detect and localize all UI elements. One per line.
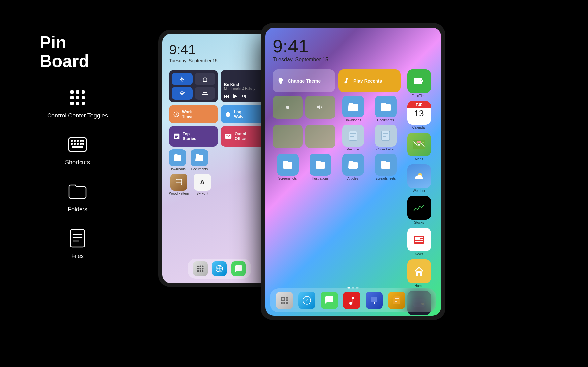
cc-prev-btn[interactable]: ⏮ — [224, 93, 229, 99]
front-weather-app[interactable]: Weather — [405, 164, 434, 193]
front-change-theme-widget[interactable]: Change Theme — [273, 69, 335, 92]
svg-point-85 — [283, 302, 285, 304]
svg-rect-61 — [420, 239, 423, 240]
back-screen-content: 9:41 Tuesday, September 15 — [162, 34, 277, 283]
front-cover-letter-item[interactable]: Cover Letter — [371, 125, 401, 151]
cc-wood-pattern-icon — [170, 174, 187, 191]
cc-shortcuts-bottom — [172, 87, 215, 100]
svg-rect-19 — [82, 143, 84, 145]
cc-airplane-btn[interactable] — [172, 73, 193, 85]
back-time: 9:41 — [169, 43, 270, 57]
cc-documents-folder[interactable]: Documents — [191, 149, 208, 171]
sidebar-label-control-center: Control Center Toggles — [47, 112, 108, 119]
sidebar-item-folders[interactable]: Folders — [40, 181, 115, 213]
front-home-app[interactable]: Home — [405, 259, 434, 288]
svg-rect-45 — [349, 131, 357, 140]
ipad-front-screen: 9:41 Tuesday, September 15 Change Theme — [265, 28, 441, 316]
front-widget-row: Change Theme Play Recents — [273, 69, 401, 92]
svg-rect-2 — [82, 90, 85, 94]
sidebar-item-shortcuts[interactable]: Shortcuts — [40, 134, 115, 166]
front-illustrations-folder[interactable]: Illustrations — [305, 154, 335, 180]
back-dock-messages[interactable] — [231, 261, 246, 276]
cc-shortcuts-top — [172, 73, 215, 85]
svg-rect-90 — [371, 297, 377, 302]
svg-point-80 — [286, 297, 288, 299]
front-green-widget-1[interactable] — [273, 96, 303, 119]
front-documents-icon — [375, 96, 397, 117]
back-dock-safari[interactable] — [212, 261, 227, 276]
front-dock-pages[interactable] — [388, 292, 405, 309]
svg-rect-18 — [80, 143, 82, 145]
cc-music-artist: Marshmello & Halsey — [224, 87, 267, 91]
front-calendar-icon: TUE 13 — [407, 101, 431, 125]
front-weather-icon — [407, 164, 431, 188]
svg-text:I-280: I-280 — [417, 141, 421, 143]
front-articles-label: Articles — [347, 177, 358, 180]
svg-rect-64 — [418, 273, 420, 276]
front-green-widget-2[interactable] — [305, 96, 335, 119]
ipad-back-dock — [188, 259, 251, 279]
svg-point-81 — [281, 299, 283, 301]
front-change-theme-label: Change Theme — [288, 78, 321, 83]
cc-sf-font-app[interactable]: A SF Font — [194, 174, 211, 195]
front-downloads-folder[interactable]: Downloads — [338, 96, 368, 122]
cc-next-btn[interactable]: ⏭ — [241, 93, 246, 99]
front-facetime-app[interactable]: FaceTime — [405, 69, 434, 98]
sidebar-item-control-center[interactable]: Control Center Toggles — [40, 87, 115, 119]
cc-apps-row: Wood Pattern A SF Font — [169, 174, 270, 195]
svg-point-83 — [286, 299, 288, 301]
front-news-app[interactable]: News — [405, 228, 434, 256]
front-dock-safari[interactable] — [298, 292, 315, 309]
svg-point-33 — [200, 268, 201, 270]
front-green-widget-3[interactable] — [273, 125, 303, 148]
front-maps-app[interactable]: I-280 Maps — [405, 133, 434, 161]
front-dock-messages[interactable] — [321, 292, 338, 309]
back-dock-launchpad[interactable] — [193, 261, 208, 276]
front-dock-music[interactable] — [343, 292, 360, 309]
front-stocks-label: Stocks — [414, 221, 424, 224]
cc-wood-pattern-app[interactable]: Wood Pattern — [169, 174, 189, 195]
svg-rect-0 — [70, 90, 74, 94]
front-spreadsheets-folder[interactable]: Spreadsheets — [371, 154, 401, 180]
svg-rect-21 — [70, 230, 85, 247]
cc-out-of-office-label: Out ofOffice — [235, 132, 246, 141]
cc-people-btn[interactable] — [195, 87, 216, 100]
front-dock-launchpad[interactable] — [276, 292, 293, 309]
svg-point-78 — [281, 297, 283, 299]
front-facetime-icon — [407, 69, 431, 93]
svg-point-32 — [197, 268, 199, 270]
front-screenshots-folder[interactable]: Screenshots — [273, 154, 303, 180]
front-dock-keynote[interactable] — [366, 292, 383, 309]
folder-icon — [67, 181, 88, 202]
grid-icon — [67, 87, 88, 108]
front-screen-content: 9:41 Tuesday, September 15 Change Theme — [265, 28, 441, 316]
front-articles-folder[interactable]: Articles — [338, 154, 368, 180]
svg-rect-7 — [76, 102, 79, 105]
svg-rect-17 — [77, 143, 79, 145]
cc-share-btn[interactable] — [195, 73, 216, 85]
cc-wifi-btn[interactable] — [172, 87, 193, 100]
front-calendar-app[interactable]: TUE 13 Calendar — [405, 101, 434, 129]
cc-play-btn[interactable]: ▶ — [233, 93, 237, 99]
cc-downloads-folder[interactable]: Downloads — [169, 149, 186, 171]
front-green-widget-4[interactable] — [305, 125, 335, 148]
front-resume-icon — [342, 125, 364, 147]
keyboard-icon — [67, 134, 88, 155]
ipad-front: 9:41 Tuesday, September 15 Change Theme — [261, 23, 445, 320]
cc-shortcuts-group — [169, 70, 218, 102]
cc-work-timer-btn[interactable]: WorkTimer — [169, 105, 218, 123]
front-main-col: Change Theme Play Recents — [273, 69, 401, 316]
front-play-recents-widget[interactable]: Play Recents — [338, 69, 401, 92]
front-stocks-app[interactable]: Stocks — [405, 196, 434, 224]
front-weather-label: Weather — [413, 189, 425, 193]
front-articles-icon — [342, 154, 364, 176]
cc-top-stories-btn[interactable]: TopStories — [169, 126, 218, 147]
front-resume-item[interactable]: Resume — [338, 125, 368, 151]
sidebar-item-files[interactable]: Files — [40, 228, 115, 260]
svg-marker-89 — [306, 298, 308, 302]
svg-rect-8 — [82, 102, 85, 105]
front-documents-folder[interactable]: Documents — [371, 96, 401, 122]
svg-rect-16 — [74, 143, 76, 145]
front-news-label: News — [415, 252, 423, 256]
front-maps-icon: I-280 — [407, 133, 431, 156]
